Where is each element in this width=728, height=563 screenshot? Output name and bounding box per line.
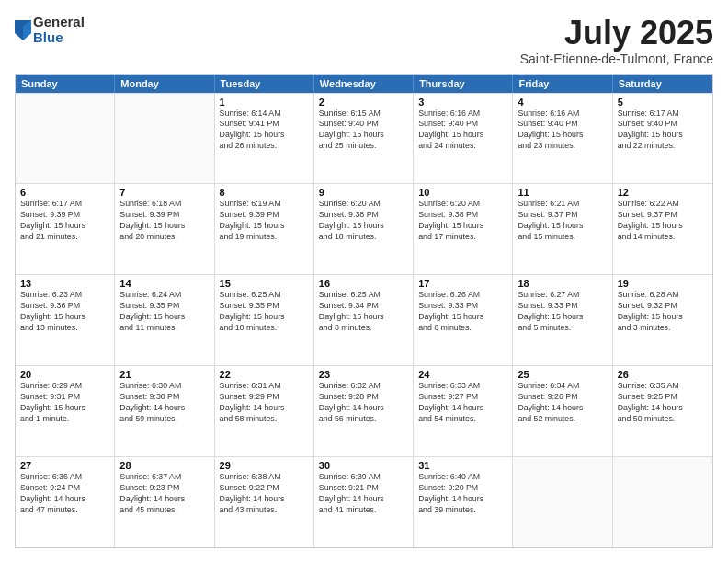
cell-day-number: 16 bbox=[319, 278, 408, 289]
cell-day-number: 2 bbox=[319, 97, 408, 108]
calendar-cell: 17Sunrise: 6:26 AM Sunset: 9:33 PM Dayli… bbox=[414, 275, 513, 365]
cell-detail: Sunrise: 6:39 AM Sunset: 9:21 PM Dayligh… bbox=[319, 472, 408, 516]
cell-day-number: 15 bbox=[220, 278, 309, 289]
cell-detail: Sunrise: 6:36 AM Sunset: 9:24 PM Dayligh… bbox=[20, 472, 109, 516]
calendar-cell: 20Sunrise: 6:29 AM Sunset: 9:31 PM Dayli… bbox=[16, 366, 115, 456]
cell-detail: Sunrise: 6:25 AM Sunset: 9:35 PM Dayligh… bbox=[220, 290, 309, 334]
cell-detail: Sunrise: 6:35 AM Sunset: 9:25 PM Dayligh… bbox=[618, 381, 708, 425]
cell-day-number: 27 bbox=[20, 460, 109, 471]
cell-detail: Sunrise: 6:26 AM Sunset: 9:33 PM Dayligh… bbox=[418, 290, 507, 334]
cell-day-number: 18 bbox=[518, 278, 607, 289]
calendar-cell bbox=[513, 457, 612, 547]
cell-detail: Sunrise: 6:18 AM Sunset: 9:39 PM Dayligh… bbox=[119, 199, 209, 243]
calendar-cell: 29Sunrise: 6:38 AM Sunset: 9:22 PM Dayli… bbox=[215, 457, 314, 547]
calendar-cell: 9Sunrise: 6:20 AM Sunset: 9:38 PM Daylig… bbox=[314, 184, 414, 274]
calendar-cell: 31Sunrise: 6:40 AM Sunset: 9:20 PM Dayli… bbox=[414, 457, 513, 547]
calendar-cell: 2Sunrise: 6:15 AM Sunset: 9:40 PM Daylig… bbox=[314, 94, 414, 184]
cell-detail: Sunrise: 6:38 AM Sunset: 9:22 PM Dayligh… bbox=[220, 472, 309, 516]
calendar-cell: 1Sunrise: 6:14 AM Sunset: 9:41 PM Daylig… bbox=[215, 94, 314, 184]
calendar-cell: 11Sunrise: 6:21 AM Sunset: 9:37 PM Dayli… bbox=[513, 184, 612, 274]
cell-day-number: 25 bbox=[518, 369, 607, 380]
calendar-body: 1Sunrise: 6:14 AM Sunset: 9:41 PM Daylig… bbox=[16, 93, 712, 547]
calendar-week-row: 1Sunrise: 6:14 AM Sunset: 9:41 PM Daylig… bbox=[16, 93, 712, 184]
calendar-week-row: 13Sunrise: 6:23 AM Sunset: 9:36 PM Dayli… bbox=[16, 274, 712, 365]
calendar-cell: 19Sunrise: 6:28 AM Sunset: 9:32 PM Dayli… bbox=[613, 275, 712, 365]
calendar-header-cell: Sunday bbox=[16, 75, 115, 93]
main-title: July 2025 bbox=[520, 15, 713, 52]
calendar-cell: 25Sunrise: 6:34 AM Sunset: 9:26 PM Dayli… bbox=[513, 366, 612, 456]
calendar-cell: 27Sunrise: 6:36 AM Sunset: 9:24 PM Dayli… bbox=[16, 457, 115, 547]
cell-detail: Sunrise: 6:25 AM Sunset: 9:34 PM Dayligh… bbox=[319, 290, 408, 334]
cell-day-number: 31 bbox=[418, 460, 507, 471]
calendar-cell bbox=[613, 457, 712, 547]
cell-detail: Sunrise: 6:27 AM Sunset: 9:33 PM Dayligh… bbox=[518, 290, 607, 334]
header: General Blue July 2025 Saint-Etienne-de-… bbox=[15, 15, 713, 66]
cell-day-number: 29 bbox=[220, 460, 309, 471]
logo: General Blue bbox=[15, 15, 85, 45]
cell-day-number: 5 bbox=[618, 97, 708, 108]
cell-day-number: 12 bbox=[618, 187, 708, 198]
calendar-cell: 21Sunrise: 6:30 AM Sunset: 9:30 PM Dayli… bbox=[115, 366, 214, 456]
calendar-cell: 10Sunrise: 6:20 AM Sunset: 9:38 PM Dayli… bbox=[414, 184, 513, 274]
cell-detail: Sunrise: 6:16 AM Sunset: 9:40 PM Dayligh… bbox=[418, 109, 507, 153]
cell-detail: Sunrise: 6:24 AM Sunset: 9:35 PM Dayligh… bbox=[119, 290, 209, 334]
cell-day-number: 6 bbox=[20, 187, 109, 198]
cell-detail: Sunrise: 6:23 AM Sunset: 9:36 PM Dayligh… bbox=[20, 290, 109, 334]
cell-detail: Sunrise: 6:33 AM Sunset: 9:27 PM Dayligh… bbox=[418, 381, 507, 425]
calendar-header-cell: Wednesday bbox=[314, 75, 414, 93]
calendar: SundayMondayTuesdayWednesdayThursdayFrid… bbox=[15, 74, 713, 548]
cell-day-number: 22 bbox=[220, 369, 309, 380]
calendar-cell: 6Sunrise: 6:17 AM Sunset: 9:39 PM Daylig… bbox=[16, 184, 115, 274]
cell-detail: Sunrise: 6:16 AM Sunset: 9:40 PM Dayligh… bbox=[518, 109, 607, 153]
calendar-cell bbox=[115, 94, 214, 184]
cell-detail: Sunrise: 6:29 AM Sunset: 9:31 PM Dayligh… bbox=[20, 381, 109, 425]
calendar-header-cell: Saturday bbox=[613, 75, 712, 93]
cell-detail: Sunrise: 6:19 AM Sunset: 9:39 PM Dayligh… bbox=[220, 199, 309, 243]
title-block: July 2025 Saint-Etienne-de-Tulmont, Fran… bbox=[520, 15, 713, 66]
logo-blue: Blue bbox=[33, 30, 85, 46]
cell-day-number: 23 bbox=[319, 369, 408, 380]
cell-detail: Sunrise: 6:15 AM Sunset: 9:40 PM Dayligh… bbox=[319, 109, 408, 153]
calendar-cell: 14Sunrise: 6:24 AM Sunset: 9:35 PM Dayli… bbox=[115, 275, 214, 365]
cell-detail: Sunrise: 6:37 AM Sunset: 9:23 PM Dayligh… bbox=[119, 472, 209, 516]
calendar-cell: 24Sunrise: 6:33 AM Sunset: 9:27 PM Dayli… bbox=[414, 366, 513, 456]
calendar-header: SundayMondayTuesdayWednesdayThursdayFrid… bbox=[16, 75, 712, 93]
cell-day-number: 21 bbox=[119, 369, 209, 380]
calendar-header-cell: Monday bbox=[115, 75, 214, 93]
calendar-cell: 8Sunrise: 6:19 AM Sunset: 9:39 PM Daylig… bbox=[215, 184, 314, 274]
cell-detail: Sunrise: 6:32 AM Sunset: 9:28 PM Dayligh… bbox=[319, 381, 408, 425]
calendar-cell: 5Sunrise: 6:17 AM Sunset: 9:40 PM Daylig… bbox=[613, 94, 712, 184]
cell-day-number: 28 bbox=[119, 460, 209, 471]
page: General Blue July 2025 Saint-Etienne-de-… bbox=[0, 0, 728, 563]
calendar-cell: 13Sunrise: 6:23 AM Sunset: 9:36 PM Dayli… bbox=[16, 275, 115, 365]
cell-detail: Sunrise: 6:30 AM Sunset: 9:30 PM Dayligh… bbox=[119, 381, 209, 425]
cell-day-number: 1 bbox=[220, 97, 309, 108]
cell-detail: Sunrise: 6:17 AM Sunset: 9:39 PM Dayligh… bbox=[20, 199, 109, 243]
cell-detail: Sunrise: 6:20 AM Sunset: 9:38 PM Dayligh… bbox=[319, 199, 408, 243]
cell-day-number: 26 bbox=[618, 369, 708, 380]
cell-detail: Sunrise: 6:28 AM Sunset: 9:32 PM Dayligh… bbox=[618, 290, 708, 334]
cell-day-number: 17 bbox=[418, 278, 507, 289]
cell-day-number: 11 bbox=[518, 187, 607, 198]
calendar-cell: 3Sunrise: 6:16 AM Sunset: 9:40 PM Daylig… bbox=[414, 94, 513, 184]
calendar-cell: 26Sunrise: 6:35 AM Sunset: 9:25 PM Dayli… bbox=[613, 366, 712, 456]
calendar-cell: 7Sunrise: 6:18 AM Sunset: 9:39 PM Daylig… bbox=[115, 184, 214, 274]
logo-text: General Blue bbox=[33, 15, 85, 45]
calendar-header-cell: Tuesday bbox=[215, 75, 314, 93]
cell-day-number: 9 bbox=[319, 187, 408, 198]
cell-day-number: 30 bbox=[319, 460, 408, 471]
calendar-cell: 22Sunrise: 6:31 AM Sunset: 9:29 PM Dayli… bbox=[215, 366, 314, 456]
cell-detail: Sunrise: 6:40 AM Sunset: 9:20 PM Dayligh… bbox=[418, 472, 507, 516]
cell-day-number: 3 bbox=[418, 97, 507, 108]
calendar-cell: 30Sunrise: 6:39 AM Sunset: 9:21 PM Dayli… bbox=[314, 457, 414, 547]
cell-detail: Sunrise: 6:22 AM Sunset: 9:37 PM Dayligh… bbox=[618, 199, 708, 243]
cell-day-number: 7 bbox=[119, 187, 209, 198]
cell-day-number: 13 bbox=[20, 278, 109, 289]
calendar-week-row: 6Sunrise: 6:17 AM Sunset: 9:39 PM Daylig… bbox=[16, 183, 712, 274]
calendar-header-cell: Thursday bbox=[414, 75, 513, 93]
cell-day-number: 24 bbox=[418, 369, 507, 380]
calendar-cell: 4Sunrise: 6:16 AM Sunset: 9:40 PM Daylig… bbox=[513, 94, 612, 184]
cell-detail: Sunrise: 6:31 AM Sunset: 9:29 PM Dayligh… bbox=[220, 381, 309, 425]
cell-detail: Sunrise: 6:34 AM Sunset: 9:26 PM Dayligh… bbox=[518, 381, 607, 425]
cell-day-number: 19 bbox=[618, 278, 708, 289]
